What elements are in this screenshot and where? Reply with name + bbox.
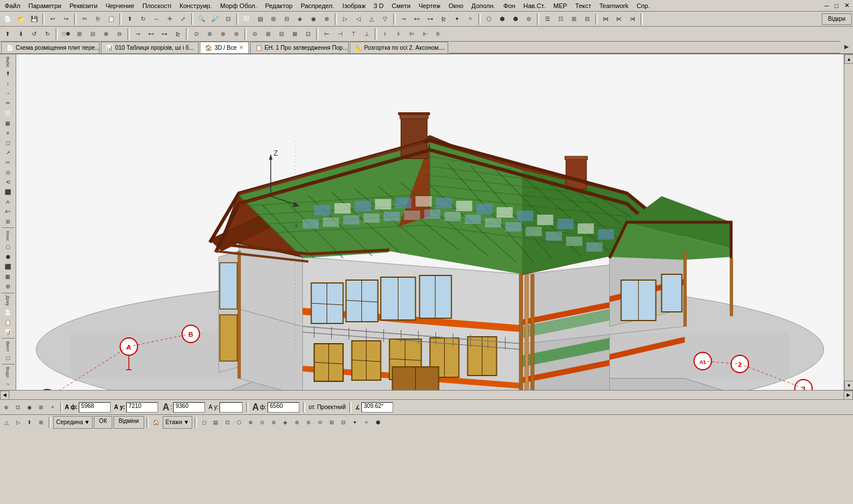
window-maximize[interactable]: □ [832, 2, 841, 9]
tool-pattern[interactable]: ▦ [1, 272, 15, 281]
coord-af[interactable]: 5968 [79, 402, 111, 413]
tool-vent[interactable]: ⬡ [1, 353, 15, 362]
menu-text[interactable]: Текст [572, 1, 595, 10]
ok-button[interactable]: ОК [94, 416, 112, 429]
menu-blueprint[interactable]: Чертеж [415, 1, 444, 10]
menu-teamwork[interactable]: Teamwork [596, 1, 632, 10]
rotate-btn[interactable]: ↻ [137, 13, 149, 25]
tool-text-plus[interactable]: A+ [1, 207, 15, 216]
tb2-btn-10[interactable]: ⊸ [131, 28, 144, 41]
tool-doc1[interactable]: 📄 [1, 308, 15, 317]
sb2-tool-11[interactable]: ⊝ [315, 417, 325, 428]
menu-morph[interactable]: Морф Обол. [217, 1, 261, 10]
tb-btn-18[interactable]: ⊷ [411, 13, 423, 25]
sb2-tool-7[interactable]: ⊚ [269, 417, 279, 428]
tb2-btn-20[interactable]: ⊟ [275, 28, 288, 41]
tb2-btn-7[interactable]: ⊟ [86, 28, 99, 41]
tb-btn-8[interactable]: ⊞ [267, 13, 280, 25]
coord-a[interactable]: 9360 [173, 402, 205, 413]
tb2-btn-9[interactable]: ⊖ [113, 28, 126, 41]
tab-4[interactable]: 📋 ЕН. 1 Про затвердження Пор.... [250, 42, 349, 53]
scroll-left-btn[interactable]: ◀ [0, 391, 9, 400]
coord-ay2[interactable] [219, 402, 243, 413]
tb2-btn-15[interactable]: ⊚ [203, 28, 216, 41]
tab-1[interactable]: 📄 Схема розміщення плит пере... [1, 42, 100, 53]
snap-icon-4[interactable]: ⊞ [36, 402, 46, 413]
tb2-btn-31[interactable]: ⊪ [432, 28, 445, 41]
tb2-btn-13[interactable]: ⊵ [171, 28, 184, 41]
tool-square[interactable]: ◻ [1, 138, 15, 148]
cancel-button[interactable]: Відміни [114, 416, 144, 429]
snap-icon-1[interactable]: ⊕ [1, 402, 12, 413]
sb2-tool-9[interactable]: ⊛ [292, 417, 302, 428]
scale-btn[interactable]: ⤢ [177, 13, 189, 25]
open-file-btn[interactable]: Відкри [822, 13, 852, 25]
tb2-btn-25[interactable]: ⊤ [347, 28, 360, 41]
tb2-btn-11[interactable]: ⊷ [145, 28, 158, 41]
menu-drawing[interactable]: Черчение [102, 1, 138, 10]
tb-btn-31[interactable]: ⋈ [599, 13, 612, 25]
snap-icon-2[interactable]: ⊡ [13, 402, 23, 413]
snap-mode-dropdown[interactable]: Середина ▼ [53, 416, 93, 429]
menu-image[interactable]: Ізображ [339, 1, 369, 10]
tb-btn-33[interactable]: ⋊ [626, 13, 639, 25]
tool-hex1[interactable]: ⬡ [1, 242, 15, 252]
tb-btn-23[interactable]: ⬡ [482, 13, 495, 25]
tb2-btn-21[interactable]: ⊠ [288, 28, 301, 41]
zoom-out-btn[interactable]: 🔎 [208, 13, 221, 25]
tool-grid[interactable]: ▦ [1, 119, 15, 128]
menu-nav[interactable]: Нав.Ст. [520, 1, 549, 10]
sb2-icon-4[interactable]: ⊞ [36, 417, 46, 428]
menu-params[interactable]: Параметри [25, 1, 65, 10]
tool-select[interactable]: ⬆ [1, 69, 15, 78]
tool-text[interactable]: A [1, 197, 15, 207]
sb2-tool-8[interactable]: ◈ [280, 417, 291, 428]
tool-fill[interactable]: ⬛ [1, 187, 15, 197]
coord-angle[interactable]: 309.62° [361, 402, 393, 413]
menu-background[interactable]: Фон [500, 1, 519, 10]
scroll-right-btn[interactable]: ▶ [844, 391, 853, 400]
tb-btn-13[interactable]: ▷ [339, 13, 352, 25]
coord-af2[interactable]: 6560 [268, 402, 299, 413]
tb-btn-22[interactable]: ✧ [464, 13, 477, 25]
tb2-btn-3[interactable]: ↺ [28, 28, 41, 41]
sb2-icon-1[interactable]: △ [1, 417, 12, 428]
tool-block[interactable]: ⬛ [1, 262, 15, 271]
tb-btn-19[interactable]: ⊶ [424, 13, 437, 25]
tb-btn-10[interactable]: ◈ [294, 13, 306, 25]
tb-btn-20[interactable]: ⊵ [437, 13, 450, 25]
menu-requisites[interactable]: Реквізити [66, 1, 101, 10]
tool-water[interactable]: ~ [1, 380, 15, 389]
tb-btn-12[interactable]: ⊕ [320, 13, 333, 25]
tb2-btn-24[interactable]: ⊣ [334, 28, 346, 41]
tab-3-close[interactable]: ✕ [239, 45, 244, 50]
menu-3d[interactable]: 3 D [370, 1, 387, 10]
tab-5[interactable]: 📐 Розгортка по осі 2. Аксоном.... [350, 42, 448, 53]
copy-btn[interactable]: ⎘ [91, 13, 104, 25]
paste-btn[interactable]: 📋 [105, 13, 118, 25]
tb-btn-11[interactable]: ◉ [307, 13, 320, 25]
sb2-tool-2[interactable]: ▤ [211, 417, 221, 428]
undo-btn[interactable]: ↩ [46, 13, 59, 25]
redo-btn[interactable]: ↪ [60, 13, 72, 25]
tab-3[interactable]: 🏠 3D / Все ✕ [200, 42, 248, 53]
tool-rotate[interactable]: ⟲ [1, 178, 15, 187]
sb2-tool-14[interactable]: ✦ [350, 417, 360, 428]
tb2-btn-19[interactable]: ⊞ [262, 28, 274, 41]
sb2-icon-3[interactable]: ⬆ [24, 417, 35, 428]
open-btn[interactable]: 📂 [14, 13, 27, 25]
new-btn[interactable]: 📄 [1, 13, 14, 25]
sb2-tool-10[interactable]: ⊜ [303, 417, 314, 428]
tool-diagonal[interactable]: ↗ [1, 148, 15, 157]
sb2-tool-3[interactable]: ⊡ [222, 417, 233, 428]
tb-btn-24[interactable]: ⬢ [496, 13, 508, 25]
tb2-btn-22[interactable]: ⊡ [302, 28, 314, 41]
tb2-btn-2[interactable]: ⬇ [14, 28, 27, 41]
snap-icon-3[interactable]: ◉ [24, 402, 35, 413]
tool-doc2[interactable]: 📋 [1, 318, 15, 327]
tool-lines[interactable]: ≡ [1, 128, 15, 138]
menu-estimates[interactable]: Смети [388, 1, 413, 10]
tb-btn-16[interactable]: ▽ [379, 13, 391, 25]
tb2-btn-4[interactable]: ↻ [41, 28, 54, 41]
mirror-btn[interactable]: ↔ [150, 13, 163, 25]
